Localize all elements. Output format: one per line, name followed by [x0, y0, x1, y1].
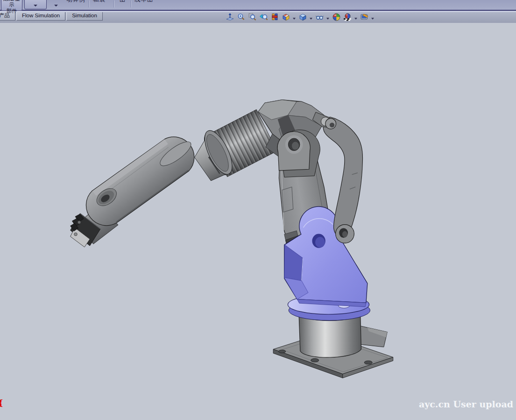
previous-view-icon[interactable]	[259, 13, 268, 21]
toolbar-separator	[89, 0, 89, 7]
tab-simulation[interactable]: Simulation	[66, 11, 103, 21]
display-style-icon[interactable]	[298, 13, 307, 21]
hide-show-items-icon[interactable]	[315, 13, 324, 21]
view-orientation-icon[interactable]	[282, 13, 290, 21]
robot-clevis-joint[interactable]	[277, 130, 320, 178]
button-label: 部件	[1, 8, 22, 14]
chevron-down-icon[interactable]	[326, 18, 329, 20]
chevron-down-icon[interactable]	[293, 18, 296, 20]
zoom-to-fit-icon[interactable]	[237, 13, 246, 21]
hide-show-component-button[interactable]: 隐藏/显示 部件	[1, 0, 22, 11]
watermark-text: ayc.cn User upload	[419, 399, 513, 409]
robot-arm-model[interactable]	[0, 22, 516, 420]
toolbar-button-motion-study[interactable]: 动算例	[66, 0, 85, 4]
heads-up-view-toolbar	[226, 13, 375, 21]
toolbar-separator	[113, 0, 114, 7]
section-view-icon[interactable]	[270, 13, 279, 21]
toolbar-button-exploded-view[interactable]: 轴装	[93, 0, 106, 4]
button-label-top: 隐藏/显示	[1, 0, 22, 8]
apply-scene-icon[interactable]	[343, 13, 352, 21]
tab-flow-simulation[interactable]: Flow Simulation	[16, 11, 65, 21]
view-settings-icon[interactable]	[360, 13, 369, 21]
chevron-down-icon[interactable]	[354, 18, 357, 20]
toolbar-dropdown-button-1[interactable]	[24, 0, 47, 9]
solidworks-window: { "app": {"name": "SolidWorks assembly v…	[0, 0, 516, 420]
toolbar-dropdown-button-2[interactable]	[49, 0, 64, 9]
command-toolbar: 隐藏/显示 部件 动算例 轴装 图 线单图	[0, 0, 516, 11]
edit-appearance-icon[interactable]	[332, 13, 341, 21]
zoom-to-area-icon[interactable]	[248, 13, 257, 21]
toolbar-button-line-sketch[interactable]: 线单图	[134, 0, 154, 4]
chevron-down-icon[interactable]	[310, 18, 312, 20]
graphics-viewport[interactable]: { ayc.cn User upload	[0, 22, 516, 420]
robot-base-fin[interactable]	[358, 325, 387, 347]
chevron-down-icon[interactable]	[371, 18, 374, 20]
chevron-down-icon	[34, 5, 37, 7]
chevron-down-icon	[54, 5, 58, 7]
toolbar-separator	[131, 0, 131, 7]
left-edge-red-mark: {	[0, 398, 3, 407]
toolbar-button-view[interactable]: 图	[120, 0, 126, 4]
normal-to-view-icon[interactable]	[226, 13, 234, 21]
robot-forearm[interactable]	[86, 137, 194, 226]
